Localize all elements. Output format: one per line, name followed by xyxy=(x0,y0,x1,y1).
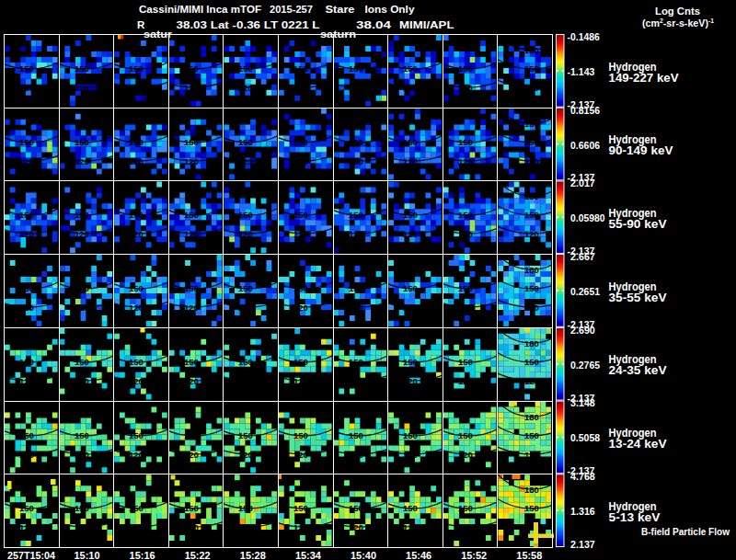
svg-text:150: 150 xyxy=(293,283,308,293)
svg-text:35-55 keV: 35-55 keV xyxy=(609,291,667,304)
svg-text:120: 120 xyxy=(75,156,89,166)
svg-text:120: 120 xyxy=(403,522,418,532)
svg-text:150: 150 xyxy=(458,210,473,220)
svg-text:55-90 keV: 55-90 keV xyxy=(609,218,667,231)
svg-text:120: 120 xyxy=(19,83,34,93)
svg-text:120: 120 xyxy=(129,522,144,532)
svg-text:Ions Only: Ions Only xyxy=(365,4,416,15)
svg-text:120: 120 xyxy=(75,229,89,239)
svg-text:150: 150 xyxy=(238,430,253,440)
svg-text:2015-257: 2015-257 xyxy=(270,4,313,15)
svg-text:120: 120 xyxy=(238,376,253,386)
svg-text:120: 120 xyxy=(238,229,253,239)
svg-text:150: 150 xyxy=(458,357,473,367)
svg-text:120: 120 xyxy=(19,522,34,532)
svg-text:120: 120 xyxy=(403,303,418,313)
svg-text:120: 120 xyxy=(129,156,144,166)
svg-text:120: 120 xyxy=(524,83,539,93)
svg-text:120: 120 xyxy=(19,156,34,166)
svg-text:150: 150 xyxy=(75,210,89,220)
svg-text:120: 120 xyxy=(458,522,473,532)
svg-text:-1.143: -1.143 xyxy=(568,66,595,77)
svg-text:120: 120 xyxy=(238,83,253,93)
svg-text:149-227 keV: 149-227 keV xyxy=(609,72,679,85)
svg-text:150: 150 xyxy=(129,210,144,220)
svg-text:120: 120 xyxy=(129,83,144,93)
svg-text:1.316: 1.316 xyxy=(570,506,595,517)
svg-text:120: 120 xyxy=(19,229,34,239)
svg-text:120: 120 xyxy=(129,450,144,460)
svg-text:B-field Particle Flow: B-field Particle Flow xyxy=(641,526,730,537)
svg-text:120: 120 xyxy=(293,303,308,313)
svg-text:120: 120 xyxy=(293,229,308,239)
svg-text:120: 120 xyxy=(75,522,89,532)
svg-text:120: 120 xyxy=(184,83,199,93)
svg-text:150: 150 xyxy=(458,430,473,440)
svg-text:120: 120 xyxy=(19,303,34,313)
svg-text:150: 150 xyxy=(524,430,539,440)
svg-text:120: 120 xyxy=(293,450,308,460)
svg-text:180: 180 xyxy=(524,412,539,422)
svg-text:150: 150 xyxy=(349,283,363,293)
svg-text:120: 120 xyxy=(184,522,199,532)
svg-text:150: 150 xyxy=(75,63,89,74)
svg-text:120: 120 xyxy=(524,376,539,386)
svg-text:150: 150 xyxy=(403,430,418,440)
svg-text:150: 150 xyxy=(458,63,473,74)
svg-text:24-35 keV: 24-35 keV xyxy=(609,364,667,377)
svg-text:150: 150 xyxy=(349,210,363,220)
svg-text:150: 150 xyxy=(349,137,363,147)
svg-text:150: 150 xyxy=(184,430,199,440)
svg-text:120: 120 xyxy=(184,156,199,166)
svg-text:150: 150 xyxy=(458,283,473,293)
svg-text:120: 120 xyxy=(524,229,539,239)
svg-text:5-13 keV: 5-13 keV xyxy=(609,511,661,524)
svg-text:150: 150 xyxy=(129,63,144,74)
svg-text:120: 120 xyxy=(458,450,473,460)
svg-text:120: 120 xyxy=(129,376,144,386)
svg-text:150: 150 xyxy=(403,210,418,220)
svg-text:150: 150 xyxy=(129,357,144,367)
svg-text:120: 120 xyxy=(184,450,199,460)
svg-text:150: 150 xyxy=(293,210,308,220)
svg-text:120: 120 xyxy=(238,303,253,313)
svg-text:150: 150 xyxy=(184,137,199,147)
svg-text:120: 120 xyxy=(403,450,418,460)
svg-text:150: 150 xyxy=(458,503,473,513)
svg-text:120: 120 xyxy=(349,156,363,166)
svg-text:150: 150 xyxy=(238,210,253,220)
svg-text:180: 180 xyxy=(524,338,539,349)
svg-text:120: 120 xyxy=(184,303,199,313)
svg-text:150: 150 xyxy=(524,63,539,74)
svg-text:15:22: 15:22 xyxy=(185,550,211,560)
svg-text:150: 150 xyxy=(19,283,34,293)
svg-text:13-24 keV: 13-24 keV xyxy=(609,438,667,451)
svg-text:120: 120 xyxy=(349,83,363,93)
svg-text:2.017: 2.017 xyxy=(570,177,595,189)
svg-text:120: 120 xyxy=(75,303,89,313)
svg-text:120: 120 xyxy=(349,450,363,460)
svg-text:0.05980: 0.05980 xyxy=(570,212,605,223)
svg-text:150: 150 xyxy=(238,357,253,367)
svg-text:150: 150 xyxy=(403,63,418,74)
svg-text:150: 150 xyxy=(184,503,199,513)
svg-text:120: 120 xyxy=(75,83,89,93)
svg-text:150: 150 xyxy=(184,357,199,367)
svg-text:120: 120 xyxy=(129,303,144,313)
svg-text:120: 120 xyxy=(75,450,89,460)
svg-text:120: 120 xyxy=(458,156,473,166)
svg-text:150: 150 xyxy=(75,430,89,440)
svg-text:15:40: 15:40 xyxy=(351,550,376,560)
svg-text:15:16: 15:16 xyxy=(130,550,155,560)
svg-text:150: 150 xyxy=(349,503,363,513)
svg-text:120: 120 xyxy=(349,303,363,313)
svg-text:Log Cnts: Log Cnts xyxy=(655,6,700,17)
svg-text:120: 120 xyxy=(458,303,473,313)
svg-text:150: 150 xyxy=(19,210,34,220)
svg-text:120: 120 xyxy=(293,83,308,93)
svg-text:150: 150 xyxy=(129,137,144,147)
svg-text:120: 120 xyxy=(184,229,199,239)
svg-text:38.04: 38.04 xyxy=(356,19,392,30)
svg-text:120: 120 xyxy=(403,229,418,239)
svg-text:150: 150 xyxy=(19,357,34,367)
